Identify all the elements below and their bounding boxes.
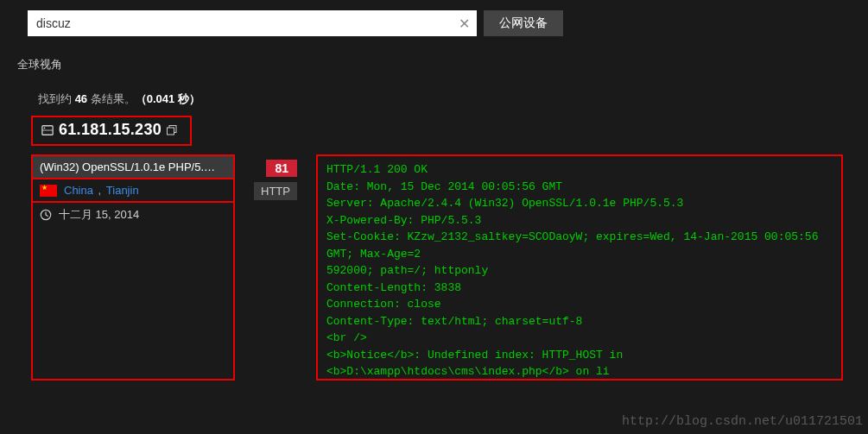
results-prefix: 找到约 xyxy=(38,92,75,105)
results-number: 46 xyxy=(75,92,87,105)
server-signature: (Win32) OpenSSL/1.0.1e PHP/5.… xyxy=(33,156,233,179)
port-badge[interactable]: 81 xyxy=(266,160,297,177)
country-link[interactable]: China xyxy=(64,184,93,197)
host-info-box: (Win32) OpenSSL/1.0.1e PHP/5.… China , T… xyxy=(31,154,235,381)
response-line: ne <b>24</b><br /> xyxy=(326,381,833,381)
view-title: 全球视角 xyxy=(0,47,868,79)
watermark-text: http://blog.csdn.net/u011721501 xyxy=(622,414,863,429)
svg-rect-4 xyxy=(168,128,174,135)
search-input[interactable] xyxy=(28,10,477,36)
response-line: HTTP/1.1 200 OK xyxy=(326,161,833,179)
response-line: Server: Apache/2.4.4 (Win32) OpenSSL/1.0… xyxy=(326,195,833,212)
copy-icon[interactable] xyxy=(167,125,177,135)
ip-result-box: 61.181.15.230 xyxy=(31,116,192,146)
storage-icon xyxy=(41,124,54,136)
city-link[interactable]: Tianjin xyxy=(106,184,139,197)
port-column: 81 HTTP xyxy=(254,154,297,381)
response-line: Content-Type: text/html; charset=utf-8 xyxy=(326,313,833,330)
filter-button[interactable]: 公网设备 xyxy=(484,10,563,36)
results-count: 找到约 46 条结果。（0.041 秒） xyxy=(0,79,868,116)
response-line: X-Powered-By: PHP/5.5.3 xyxy=(326,212,833,230)
results-mid: 条结果。 xyxy=(87,92,136,105)
scan-date: 十二月 15, 2014 xyxy=(59,207,139,223)
date-row: 十二月 15, 2014 xyxy=(33,203,233,227)
clock-icon xyxy=(40,209,52,221)
response-line: Set-Cookie: KZzw_2132_saltkey=SCODaoyW; … xyxy=(326,229,833,262)
clear-icon[interactable]: ✕ xyxy=(459,16,470,32)
search-input-container: ✕ xyxy=(28,10,477,36)
ip-address[interactable]: 61.181.15.230 xyxy=(59,121,162,139)
http-response-box: HTTP/1.1 200 OK Date: Mon, 15 Dec 2014 0… xyxy=(316,154,843,381)
response-line: Content-Length: 3838 xyxy=(326,280,833,297)
results-time: （0.041 秒） xyxy=(136,92,200,105)
svg-point-1 xyxy=(44,127,46,129)
protocol-badge[interactable]: HTTP xyxy=(254,182,297,200)
response-line: Connection: close xyxy=(326,296,833,313)
location-row: China , Tianjin xyxy=(33,179,233,203)
response-line: Date: Mon, 15 Dec 2014 00:05:56 GMT xyxy=(326,179,833,196)
response-line: <b>Notice</b>: Undefined index: HTTP_HOS… xyxy=(326,347,833,381)
china-flag-icon xyxy=(40,185,57,197)
location-separator: , xyxy=(95,184,105,197)
response-line: 592000; path=/; httponly xyxy=(326,262,833,280)
response-line: <br /> xyxy=(326,330,833,347)
